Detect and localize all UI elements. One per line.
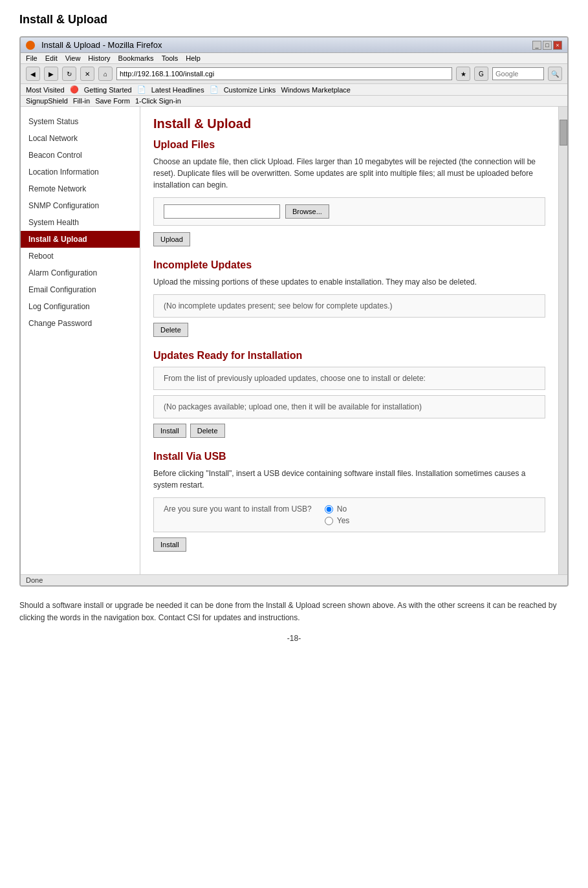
bookmark-windows-marketplace[interactable]: Windows Marketplace <box>281 86 351 94</box>
sidebar-item-location-information[interactable]: Location Information <box>21 164 140 180</box>
bookmarks-bar: Most Visited 🔴 Getting Started 📄 Latest … <box>21 84 567 96</box>
upload-files-title: Upload Files <box>153 139 545 151</box>
menu-help[interactable]: Help <box>186 54 201 62</box>
menu-tools[interactable]: Tools <box>162 54 179 62</box>
maximize-button[interactable]: □ <box>543 41 552 50</box>
minimize-button[interactable]: _ <box>532 41 541 50</box>
sidebar-nav: System Status Local Network Beacon Contr… <box>21 107 140 574</box>
plugin-signupshield[interactable]: SignupShield <box>26 97 68 105</box>
incomplete-updates-title: Incomplete Updates <box>153 259 545 271</box>
sidebar-item-alarm-configuration[interactable]: Alarm Configuration <box>21 265 140 281</box>
main-content: Install & Upload Upload Files Choose an … <box>140 107 558 574</box>
install-button[interactable]: Install <box>153 424 186 438</box>
plugin-bar: SignupShield Fill-in Save Form 1-Click S… <box>21 96 567 107</box>
updates-ready-info: (No packages available; upload one, then… <box>153 395 545 418</box>
browser-toolbar: ◀ ▶ ↻ ✕ ⌂ ★ G 🔍 <box>21 64 567 84</box>
search-go-button[interactable]: 🔍 <box>548 67 562 81</box>
go-button[interactable]: ★ <box>456 67 470 81</box>
menu-file[interactable]: File <box>26 54 38 62</box>
address-bar[interactable] <box>116 67 452 80</box>
updates-ready-section: Updates Ready for Installation From the … <box>153 350 545 438</box>
back-button[interactable]: ◀ <box>26 67 40 81</box>
plugin-fillin[interactable]: Fill-in <box>73 97 90 105</box>
sidebar-item-change-password[interactable]: Change Password <box>21 315 140 332</box>
firefox-icon <box>26 41 35 50</box>
usb-install-button[interactable]: Install <box>153 537 186 552</box>
sidebar-item-beacon-control[interactable]: Beacon Control <box>21 147 140 164</box>
sidebar-item-install-upload[interactable]: Install & Upload <box>21 231 140 248</box>
upload-btn-wrap: Upload <box>153 232 545 246</box>
bookmark-getting-started[interactable]: Getting Started <box>84 86 132 94</box>
upload-files-section: Upload Files Choose an update file, then… <box>153 139 545 246</box>
browser-titlebar: Install & Upload - Mozilla Firefox _ □ × <box>21 38 567 53</box>
search-button[interactable]: G <box>474 67 488 81</box>
status-bar: Done <box>21 574 567 585</box>
footer-text: Should a software install or upgrade be … <box>19 600 569 624</box>
status-text: Done <box>26 576 43 584</box>
bookmark-customize-links[interactable]: Customize Links <box>224 86 276 94</box>
usb-question: Are you sure you want to install from US… <box>164 504 312 514</box>
window-controls[interactable]: _ □ × <box>532 41 562 50</box>
browser-content-area: System Status Local Network Beacon Contr… <box>21 107 567 574</box>
plugin-saveform[interactable]: Save Form <box>95 97 130 105</box>
forward-button[interactable]: ▶ <box>44 67 58 81</box>
file-input[interactable] <box>164 204 280 219</box>
search-input[interactable] <box>492 67 544 80</box>
radio-no[interactable] <box>325 505 333 514</box>
incomplete-updates-section: Incomplete Updates Upload the missing po… <box>153 259 545 337</box>
sidebar-item-system-status[interactable]: System Status <box>21 113 140 130</box>
upload-files-description: Choose an update file, then click Upload… <box>153 156 545 191</box>
incomplete-updates-description: Upload the missing portions of these upd… <box>153 276 545 288</box>
menu-history[interactable]: History <box>88 54 110 62</box>
updates-delete-button[interactable]: Delete <box>190 424 225 438</box>
install-usb-description: Before clicking "Install", insert a USB … <box>153 468 545 491</box>
close-button[interactable]: × <box>553 41 562 50</box>
page-number: -18- <box>19 634 569 643</box>
install-usb-section: Install Via USB Before clicking "Install… <box>153 451 545 552</box>
radio-yes[interactable] <box>325 517 333 525</box>
scrollbar-thumb[interactable] <box>560 120 567 146</box>
page-title: Install & Upload <box>19 13 569 27</box>
updates-ready-title: Updates Ready for Installation <box>153 350 545 362</box>
radio-yes-item: Yes <box>325 516 350 525</box>
radio-no-label: No <box>337 504 347 514</box>
plugin-1click-signin[interactable]: 1-Click Sign-in <box>135 97 181 105</box>
browser-main: System Status Local Network Beacon Contr… <box>21 107 567 574</box>
home-button[interactable]: ⌂ <box>98 67 113 81</box>
browser-window: Install & Upload - Mozilla Firefox _ □ ×… <box>19 36 569 587</box>
sidebar-item-reboot[interactable]: Reboot <box>21 248 140 265</box>
browser-menubar: File Edit View History Bookmarks Tools H… <box>21 53 567 64</box>
updates-ready-buttons: Install Delete <box>153 424 545 438</box>
usb-confirm-box: Are you sure you want to install from US… <box>153 497 545 532</box>
browse-button[interactable]: Browse... <box>285 204 329 219</box>
radio-no-item: No <box>325 504 350 514</box>
sidebar-item-remote-network[interactable]: Remote Network <box>21 180 140 197</box>
sidebar-item-local-network[interactable]: Local Network <box>21 130 140 147</box>
page-wrapper: Install & Upload Install & Upload - Mozi… <box>0 0 588 662</box>
scrollbar[interactable] <box>558 107 567 574</box>
stop-button[interactable]: ✕ <box>80 67 94 81</box>
sidebar-item-log-configuration[interactable]: Log Configuration <box>21 298 140 315</box>
install-usb-title: Install Via USB <box>153 451 545 462</box>
menu-view[interactable]: View <box>65 54 81 62</box>
bookmark-latest-headlines[interactable]: Latest Headlines <box>151 86 204 94</box>
main-section-title: Install & Upload <box>153 116 545 131</box>
radio-yes-label: Yes <box>337 516 350 525</box>
menu-edit[interactable]: Edit <box>45 54 58 62</box>
upload-button[interactable]: Upload <box>153 232 190 246</box>
sidebar-item-snmp-configuration[interactable]: SNMP Configuration <box>21 197 140 214</box>
incomplete-delete-button[interactable]: Delete <box>153 323 188 337</box>
incomplete-updates-info: (No incomplete updates present; see belo… <box>153 294 545 318</box>
upload-box: Browse... <box>153 197 545 226</box>
sidebar-item-email-configuration[interactable]: Email Configuration <box>21 281 140 298</box>
browser-title: Install & Upload - Mozilla Firefox <box>41 40 162 50</box>
sidebar-item-system-health[interactable]: System Health <box>21 214 140 231</box>
menu-bookmarks[interactable]: Bookmarks <box>118 54 154 62</box>
bookmark-most-visited[interactable]: Most Visited <box>26 86 65 94</box>
usb-install-btn-wrap: Install <box>153 537 545 552</box>
usb-radio-group: No Yes <box>325 504 350 525</box>
updates-ready-description: From the list of previously uploaded upd… <box>153 367 545 390</box>
reload-button[interactable]: ↻ <box>62 67 76 81</box>
